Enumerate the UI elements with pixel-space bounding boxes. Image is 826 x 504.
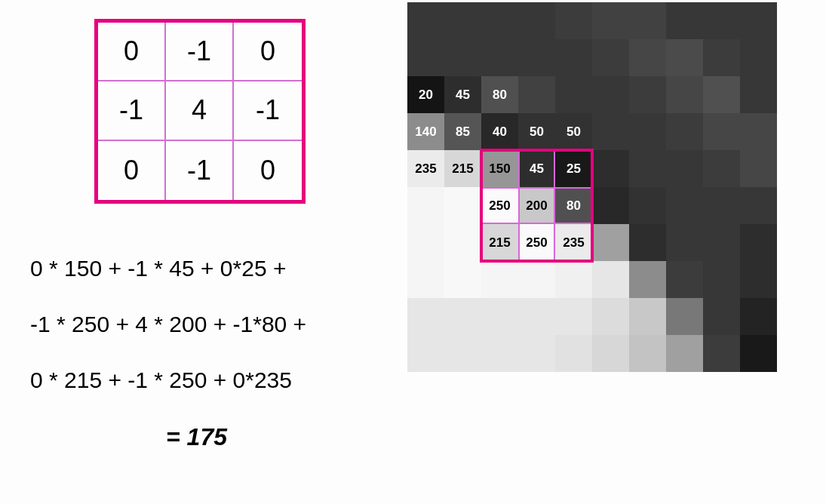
- pixel-cell: [407, 187, 444, 224]
- pixel-cell: [555, 335, 592, 372]
- pixel-cell: [703, 113, 740, 150]
- pixel-cell: [481, 261, 518, 298]
- pixel-cell-labeled: 20: [407, 76, 444, 113]
- pixel-cell: [407, 39, 444, 76]
- pixel-cell: [444, 335, 481, 372]
- pixel-cell: [481, 335, 518, 372]
- pixel-cell-labeled: 40: [481, 113, 518, 150]
- image-pixel-grid: 2045801408540505023521515045252502008021…: [407, 2, 777, 372]
- pixel-cell: [629, 150, 666, 187]
- pixel-cell: [666, 2, 703, 39]
- pixel-cell: [592, 113, 629, 150]
- pixel-cell: [592, 261, 629, 298]
- pixel-cell: [444, 261, 481, 298]
- pixel-cell: [481, 2, 518, 39]
- pixel-cell: [629, 39, 666, 76]
- kernel-cell: 0: [234, 23, 302, 81]
- pixel-cell: [629, 335, 666, 372]
- calc-line-3: 0 * 215 + -1 * 250 + 0*235: [30, 367, 306, 394]
- pixel-cell: [555, 2, 592, 39]
- pixel-cell-labeled: 80: [555, 187, 592, 224]
- pixel-cell: [629, 76, 666, 113]
- kernel-cell: 0: [98, 141, 166, 200]
- pixel-cell-labeled: 200: [518, 187, 555, 224]
- pixel-cell: [629, 187, 666, 224]
- pixel-cell: [666, 39, 703, 76]
- pixel-cell-labeled: 215: [481, 224, 518, 261]
- pixel-cell: [703, 187, 740, 224]
- pixel-cell: [555, 76, 592, 113]
- pixel-cell: [444, 39, 481, 76]
- pixel-cell: [703, 335, 740, 372]
- pixel-cell: [740, 113, 777, 150]
- pixel-cell: [592, 224, 629, 261]
- pixel-cell-labeled: 85: [444, 113, 481, 150]
- pixel-cell: [518, 39, 555, 76]
- pixel-cell: [518, 298, 555, 335]
- pixel-cell-labeled: 250: [518, 224, 555, 261]
- pixel-cell: [407, 224, 444, 261]
- pixel-cell: [666, 335, 703, 372]
- pixel-cell: [481, 298, 518, 335]
- pixel-cell: [740, 39, 777, 76]
- pixel-cell: [666, 150, 703, 187]
- pixel-cell: [703, 150, 740, 187]
- kernel-cell: -1: [98, 81, 166, 140]
- pixel-cell: [666, 187, 703, 224]
- pixel-cell: [444, 298, 481, 335]
- pixel-cell: [703, 2, 740, 39]
- pixel-cell-labeled: 80: [481, 76, 518, 113]
- pixel-cell: [592, 39, 629, 76]
- kernel-cell: -1: [166, 141, 234, 200]
- pixel-cell: [555, 261, 592, 298]
- pixel-cell: [703, 261, 740, 298]
- pixel-cell-labeled: 45: [518, 150, 555, 187]
- pixel-cell-labeled: 215: [444, 150, 481, 187]
- pixel-cell: [629, 261, 666, 298]
- pixel-cell: [629, 2, 666, 39]
- pixel-cell: [740, 335, 777, 372]
- kernel-cell: -1: [166, 23, 234, 81]
- pixel-cell: [703, 298, 740, 335]
- pixel-cell: [666, 224, 703, 261]
- pixel-cell-labeled: 250: [481, 187, 518, 224]
- pixel-cell: [592, 2, 629, 39]
- pixel-cell-labeled: 45: [444, 76, 481, 113]
- pixel-cell: [444, 224, 481, 261]
- pixel-cell: [592, 76, 629, 113]
- pixel-cell: [555, 39, 592, 76]
- pixel-cell: [592, 335, 629, 372]
- convolution-kernel: 0-10-14-10-10: [94, 19, 306, 204]
- pixel-cell: [666, 76, 703, 113]
- pixel-cell: [407, 335, 444, 372]
- pixel-cell: [518, 2, 555, 39]
- kernel-cell: 0: [98, 23, 166, 81]
- pixel-cell-labeled: 235: [407, 150, 444, 187]
- pixel-cell: [407, 2, 444, 39]
- kernel-cell: 4: [166, 81, 234, 140]
- pixel-cell: [666, 261, 703, 298]
- pixel-cell: [518, 76, 555, 113]
- pixel-cell-labeled: 50: [555, 113, 592, 150]
- pixel-cell: [629, 113, 666, 150]
- pixel-cell: [666, 113, 703, 150]
- kernel-cell: -1: [234, 81, 302, 140]
- pixel-cell-labeled: 235: [555, 224, 592, 261]
- pixel-cell-labeled: 150: [481, 150, 518, 187]
- pixel-cell: [703, 76, 740, 113]
- pixel-cell-labeled: 140: [407, 113, 444, 150]
- calc-line-1: 0 * 150 + -1 * 45 + 0*25 +: [30, 255, 306, 282]
- pixel-cell: [518, 335, 555, 372]
- pixel-cell: [518, 261, 555, 298]
- pixel-cell-labeled: 50: [518, 113, 555, 150]
- pixel-cell: [481, 39, 518, 76]
- calc-result: = 175: [30, 423, 306, 451]
- pixel-cell: [740, 298, 777, 335]
- pixel-cell: [629, 298, 666, 335]
- pixel-cell: [592, 187, 629, 224]
- pixel-cell: [740, 150, 777, 187]
- pixel-cell: [592, 298, 629, 335]
- calc-line-2: -1 * 250 + 4 * 200 + -1*80 +: [30, 311, 306, 338]
- pixel-cell: [703, 39, 740, 76]
- pixel-cell: [740, 76, 777, 113]
